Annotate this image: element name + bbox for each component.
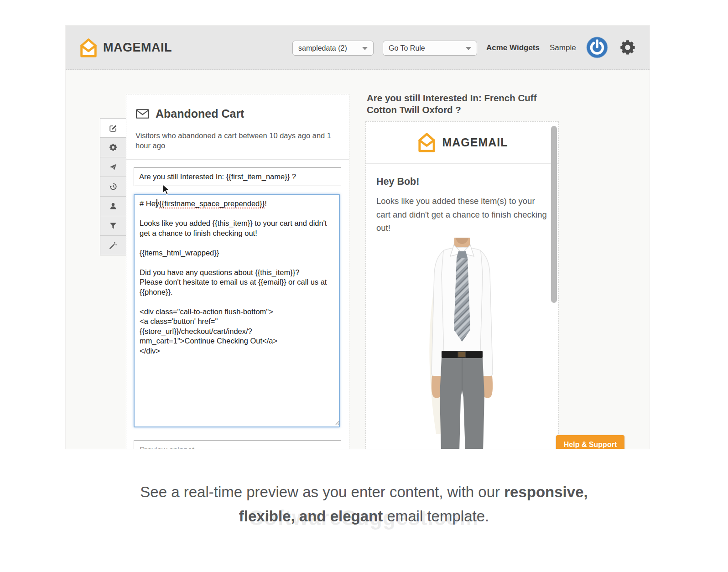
magic-wand-icon <box>109 241 117 250</box>
preview-subject-heading: Are you still Interested In: French Cuff… <box>367 92 545 115</box>
app-header: MAGEMAIL sampledata (2) Go To Rule Acme … <box>66 26 650 70</box>
history-icon <box>109 182 117 191</box>
tab-customers[interactable] <box>100 197 126 216</box>
logo-wordmark: MAGEMAIL <box>103 41 172 55</box>
magemail-logo: MAGEMAIL <box>78 26 172 70</box>
user-icon <box>109 202 117 210</box>
body-text: ! Looks like you added {{this_item}} to … <box>140 199 329 355</box>
chevron-down-icon <box>362 47 368 50</box>
caption: See a real-time preview as you enter con… <box>0 480 728 529</box>
edit-icon <box>109 124 117 132</box>
mouse-pointer-icon <box>161 184 171 196</box>
preview-body-text: Looks like you added these item(s) to yo… <box>376 194 548 235</box>
tab-filters[interactable] <box>100 216 126 236</box>
trigger-description: Visitors who abandoned a cart between 10… <box>135 131 344 151</box>
preview-snippet-input[interactable] <box>134 440 341 449</box>
product-image <box>366 238 558 449</box>
spellcheck-underlined-token: {{firstname_space_prepended}} <box>159 199 265 208</box>
textarea-resize-handle[interactable] <box>334 419 340 425</box>
envelope-logo-icon <box>416 132 437 153</box>
divider <box>126 159 349 160</box>
preview-logo-wordmark: MAGEMAIL <box>442 136 508 149</box>
man-in-shirt-and-tie-image <box>415 238 509 449</box>
caption-line2-bold: flexible, and elegant <box>239 508 383 525</box>
preview-scrollbar-thumb[interactable] <box>551 126 557 303</box>
tab-edit[interactable] <box>100 118 126 138</box>
power-logout-icon[interactable] <box>586 36 608 59</box>
help-support-button[interactable]: Help & Support <box>556 435 624 449</box>
email-editor-card: Abandoned Cart Visitors who abandoned a … <box>126 94 349 449</box>
chevron-down-icon <box>466 47 471 50</box>
tab-history[interactable] <box>100 177 126 197</box>
gear-icon <box>109 143 117 151</box>
email-preview-card: MAGEMAIL Hey Bob! Looks like you added t… <box>365 121 559 449</box>
subject-input[interactable] <box>134 167 341 186</box>
account-name: Acme Widgets <box>486 43 540 52</box>
tab-magic[interactable] <box>100 236 126 255</box>
page: MAGEMAIL sampledata (2) Go To Rule Acme … <box>0 0 728 572</box>
dataset-dropdown-value: sampledata (2) <box>298 44 347 52</box>
preview-logo: MAGEMAIL <box>366 122 558 164</box>
text-cursor <box>156 199 157 208</box>
tab-settings[interactable] <box>100 138 126 157</box>
editor-sidebar <box>100 118 126 255</box>
go-to-rule-dropdown-value: Go To Rule <box>389 44 425 52</box>
user-name-link[interactable]: Sample <box>550 43 576 52</box>
app-screenshot: MAGEMAIL sampledata (2) Go To Rule Acme … <box>65 25 650 449</box>
tab-send[interactable] <box>100 157 126 177</box>
settings-gear-icon[interactable] <box>619 39 636 56</box>
send-icon <box>109 163 117 171</box>
go-to-rule-dropdown[interactable]: Go To Rule <box>383 41 477 56</box>
editor-title: Abandoned Cart <box>156 107 244 120</box>
email-body-editor[interactable]: # Hey{{firstname_space_prepended}}! Look… <box>134 194 340 427</box>
preview-greeting: Hey Bob! <box>376 176 548 187</box>
caption-line1-bold: responsive, <box>504 484 588 500</box>
caption-line2-normal: email template. <box>383 508 489 525</box>
filter-icon <box>109 222 117 230</box>
envelope-icon <box>135 108 150 120</box>
caption-line1-normal: See a real-time preview as you enter con… <box>140 484 504 500</box>
dataset-dropdown[interactable]: sampledata (2) <box>292 41 374 56</box>
editor-title-row: Abandoned Cart <box>135 107 244 120</box>
envelope-logo-icon <box>78 37 99 58</box>
